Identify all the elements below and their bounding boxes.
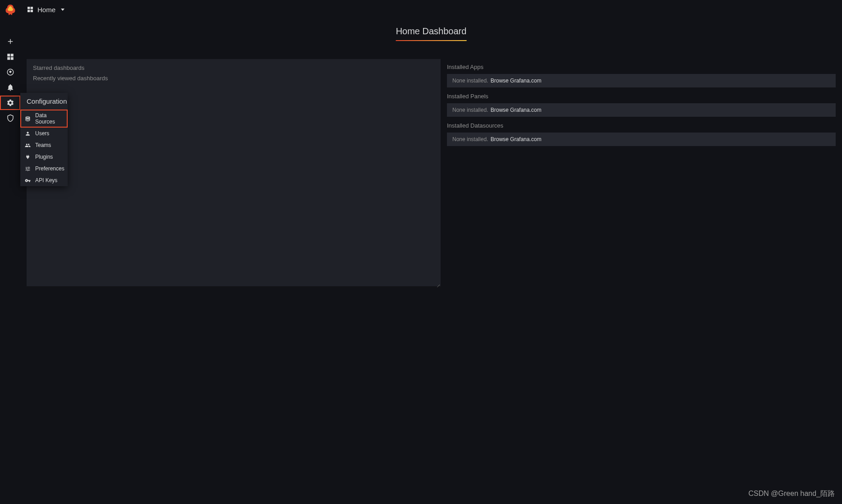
breadcrumb-home[interactable]: Home [27, 6, 64, 14]
configuration-icon[interactable] [0, 96, 20, 110]
database-icon [25, 116, 31, 122]
starred-dashboards-label: Starred dashboards [27, 59, 441, 71]
installed-panels-title: Installed Panels [447, 88, 836, 103]
installed-apps-bar: None installed. Browse Grafana.com [447, 74, 836, 87]
flyout-item-users[interactable]: Users [20, 128, 68, 139]
page-title: Home Dashboard [396, 19, 467, 40]
flyout-item-preferences[interactable]: Preferences [20, 163, 68, 174]
flyout-item-label: Plugins [35, 154, 53, 160]
user-icon [25, 131, 31, 137]
watermark: CSDN @Green hand_陌路 [749, 489, 835, 499]
installed-panels-bar: None installed. Browse Grafana.com [447, 103, 836, 117]
browse-link[interactable]: Browse Grafana.com [491, 107, 542, 113]
flyout-header: Configuration [20, 93, 68, 110]
resize-handle[interactable] [435, 281, 440, 285]
sidebar [0, 0, 20, 504]
installed-panel: Installed Apps None installed. Browse Gr… [447, 59, 836, 286]
plug-icon [25, 154, 31, 160]
users-icon [25, 142, 31, 148]
installed-datasources-bar: None installed. Browse Grafana.com [447, 133, 836, 146]
flyout-item-teams[interactable]: Teams [20, 139, 68, 151]
browse-link[interactable]: Browse Grafana.com [491, 136, 542, 142]
browse-link[interactable]: Browse Grafana.com [491, 78, 542, 84]
flyout-item-data-sources[interactable]: Data Sources [20, 110, 68, 128]
installed-datasources-title: Installed Datasources [447, 118, 836, 133]
flyout-item-label: Data Sources [35, 112, 63, 125]
flyout-item-plugins[interactable]: Plugins [20, 151, 68, 163]
none-installed-text: None installed. [452, 136, 488, 142]
none-installed-text: None installed. [452, 78, 488, 84]
dashboards-panel: Starred dashboards Recently viewed dashb… [27, 59, 441, 286]
none-installed-text: None installed. [452, 107, 488, 113]
installed-apps-title: Installed Apps [447, 59, 836, 74]
sliders-icon [25, 166, 31, 172]
grid-icon [27, 6, 34, 13]
flyout-item-label: API Keys [35, 177, 57, 183]
flyout-item-api-keys[interactable]: API Keys [20, 174, 68, 186]
flyout-item-label: Preferences [35, 165, 64, 172]
dashboards-icon[interactable] [0, 50, 20, 64]
panels-row: Starred dashboards Recently viewed dashb… [20, 53, 842, 293]
caret-down-icon [61, 9, 64, 11]
recent-dashboards-label: Recently viewed dashboards [27, 71, 441, 82]
alerting-icon[interactable] [0, 80, 20, 95]
server-admin-icon[interactable] [0, 111, 20, 125]
content: Home Dashboard Starred dashboards Recent… [20, 19, 842, 504]
breadcrumb-label: Home [37, 6, 55, 14]
key-icon [25, 178, 31, 183]
create-icon[interactable] [0, 34, 20, 49]
configuration-flyout: Configuration Data Sources Users Teams P… [20, 93, 68, 186]
flyout-item-label: Teams [35, 142, 51, 148]
grafana-logo[interactable] [4, 4, 17, 16]
topbar: Home [20, 0, 842, 19]
flyout-item-label: Users [35, 130, 49, 137]
explore-icon[interactable] [0, 65, 20, 79]
